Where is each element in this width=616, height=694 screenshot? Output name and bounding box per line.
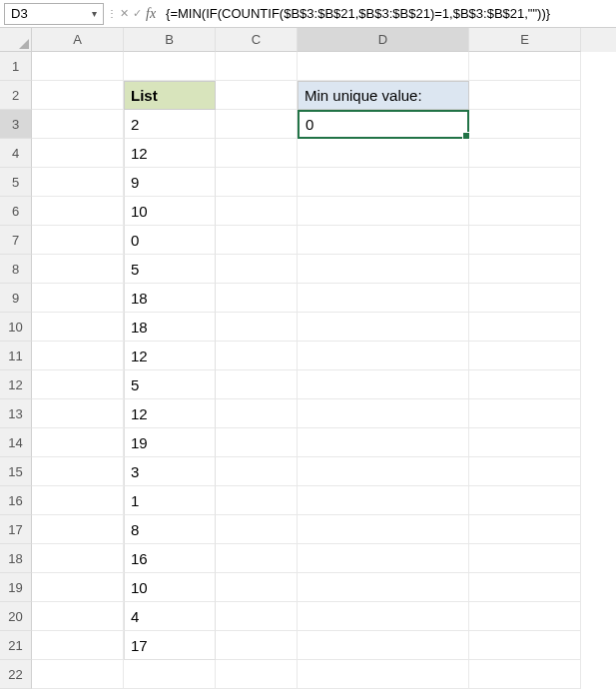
cell[interactable] (298, 660, 469, 689)
row-header-10[interactable]: 10 (0, 313, 32, 342)
name-box[interactable]: D3 ▾ (4, 3, 104, 25)
cell[interactable] (216, 110, 298, 139)
cell[interactable] (32, 399, 124, 428)
row-header-18[interactable]: 18 (0, 544, 32, 573)
row-header-5[interactable]: 5 (0, 168, 32, 197)
cell[interactable] (216, 573, 298, 602)
col-header-a[interactable]: A (32, 28, 124, 52)
list-data-cell[interactable]: 18 (124, 284, 216, 313)
row-header-12[interactable]: 12 (0, 370, 32, 399)
output-header-cell[interactable]: Min unique value: (298, 81, 469, 110)
cell[interactable] (216, 602, 298, 631)
list-data-cell[interactable]: 10 (124, 197, 216, 226)
cell[interactable] (469, 399, 581, 428)
cell[interactable] (32, 515, 124, 544)
list-data-cell[interactable]: 10 (124, 573, 216, 602)
cell[interactable] (469, 110, 581, 139)
cell[interactable] (298, 168, 469, 197)
row-header-6[interactable]: 6 (0, 197, 32, 226)
col-header-d[interactable]: D (298, 28, 469, 52)
select-all-corner[interactable] (0, 28, 32, 52)
cell[interactable] (32, 284, 124, 313)
row-header-20[interactable]: 20 (0, 602, 32, 631)
row-header-19[interactable]: 19 (0, 573, 32, 602)
formula-input[interactable] (160, 6, 612, 21)
cell[interactable] (298, 139, 469, 168)
list-data-cell[interactable]: 1 (124, 486, 216, 515)
cell[interactable] (216, 255, 298, 284)
cell[interactable] (32, 197, 124, 226)
cell[interactable] (124, 52, 216, 81)
cell[interactable] (298, 457, 469, 486)
list-data-cell[interactable]: 9 (124, 168, 216, 197)
cell[interactable] (469, 544, 581, 573)
cell[interactable] (216, 342, 298, 370)
cell[interactable] (469, 602, 581, 631)
cell[interactable] (298, 631, 469, 660)
cell[interactable] (216, 399, 298, 428)
cell[interactable] (298, 428, 469, 457)
cell[interactable] (469, 660, 581, 689)
cell[interactable] (216, 226, 298, 255)
list-data-cell[interactable]: 3 (124, 457, 216, 486)
cell[interactable] (32, 660, 124, 689)
cell[interactable] (216, 168, 298, 197)
cell[interactable] (32, 573, 124, 602)
cell[interactable] (32, 81, 124, 110)
cell[interactable] (469, 226, 581, 255)
cell[interactable] (469, 139, 581, 168)
cell[interactable] (469, 573, 581, 602)
col-header-c[interactable]: C (216, 28, 298, 52)
col-header-e[interactable]: E (469, 28, 581, 52)
cell[interactable] (469, 313, 581, 342)
cell[interactable] (216, 428, 298, 457)
row-header-2[interactable]: 2 (0, 81, 32, 110)
cell[interactable] (32, 457, 124, 486)
cell[interactable] (298, 573, 469, 602)
list-data-cell[interactable]: 12 (124, 399, 216, 428)
cell[interactable] (216, 544, 298, 573)
cell[interactable] (32, 544, 124, 573)
cell[interactable] (32, 139, 124, 168)
cell[interactable] (469, 284, 581, 313)
cell[interactable] (298, 52, 469, 81)
row-header-8[interactable]: 8 (0, 255, 32, 284)
list-data-cell[interactable]: 19 (124, 428, 216, 457)
output-value-cell[interactable]: 0 (298, 110, 469, 139)
cell[interactable] (124, 660, 216, 689)
cell[interactable] (469, 342, 581, 370)
row-header-21[interactable]: 21 (0, 631, 32, 660)
cell[interactable] (469, 457, 581, 486)
cell[interactable] (216, 284, 298, 313)
list-data-cell[interactable]: 12 (124, 139, 216, 168)
cell[interactable] (469, 52, 581, 81)
list-data-cell[interactable]: 5 (124, 255, 216, 284)
cell[interactable] (32, 428, 124, 457)
cell[interactable] (216, 631, 298, 660)
cell[interactable] (469, 428, 581, 457)
cell[interactable] (32, 226, 124, 255)
cell[interactable] (469, 370, 581, 399)
cell[interactable] (298, 342, 469, 370)
row-header-16[interactable]: 16 (0, 486, 32, 515)
cell[interactable] (469, 515, 581, 544)
cell[interactable] (216, 52, 298, 81)
list-header-cell[interactable]: List (124, 81, 216, 110)
list-data-cell[interactable]: 0 (124, 226, 216, 255)
cell[interactable] (32, 168, 124, 197)
cell[interactable] (32, 486, 124, 515)
chevron-down-icon[interactable]: ▾ (92, 8, 97, 19)
cell[interactable] (32, 52, 124, 81)
list-data-cell[interactable]: 18 (124, 313, 216, 342)
row-header-9[interactable]: 9 (0, 284, 32, 313)
cell[interactable] (216, 313, 298, 342)
cell[interactable] (469, 631, 581, 660)
cell[interactable] (32, 370, 124, 399)
list-data-cell[interactable]: 16 (124, 544, 216, 573)
cell[interactable] (216, 81, 298, 110)
cell[interactable] (469, 168, 581, 197)
row-header-7[interactable]: 7 (0, 226, 32, 255)
cell[interactable] (469, 197, 581, 226)
cell[interactable] (298, 255, 469, 284)
col-header-b[interactable]: B (124, 28, 216, 52)
